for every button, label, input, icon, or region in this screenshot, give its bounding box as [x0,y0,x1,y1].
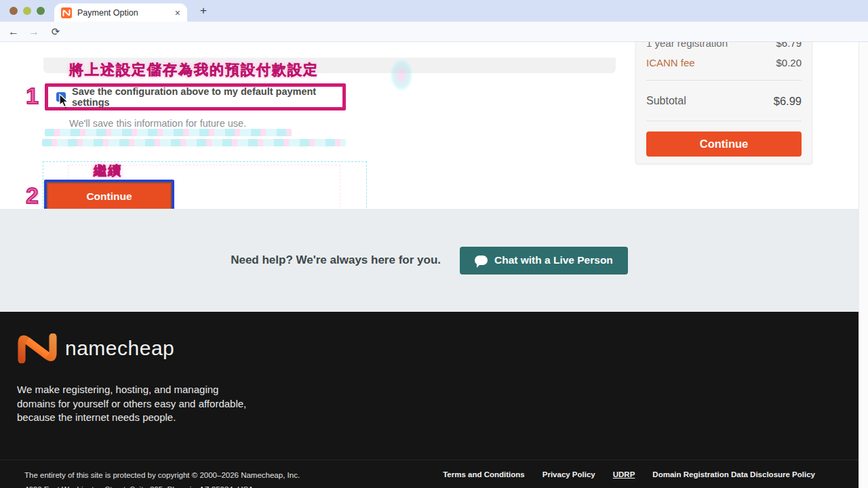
ghost-artifact [45,129,292,136]
row-label: ICANN fee [646,57,695,68]
tab-bar: Payment Option × + [0,0,868,22]
tagline-line: We make registering, hosting, and managi… [17,383,246,397]
tab-title: Payment Option [77,8,170,18]
chat-button-label: Chat with a Live Person [494,254,613,266]
close-window-button[interactable] [9,7,18,15]
highlight-box-continue: Continue [44,180,174,213]
page-scrollbar[interactable] [859,42,868,488]
tagline-line: domains for yourself or others easy and … [17,397,246,411]
row-value: $0.20 [776,57,802,68]
save-settings-label: Save the configuration above to my defau… [72,86,342,108]
row-label: 1 year registration [646,42,728,49]
continue-button[interactable]: Continue [47,182,172,210]
page-viewport: 將上述設定儲存為我的預設付款設定 1 Save the configuratio… [0,42,868,488]
reload-icon[interactable]: ⟳ [47,24,64,40]
footer-links: Terms and Conditions Privacy Policy UDRP… [443,470,815,479]
namecheap-logo-icon [16,333,58,363]
ghost-artifact [391,60,412,91]
sidebar-continue-button[interactable]: Continue [646,131,802,157]
footer-brand-wordmark: namecheap [65,337,174,360]
mouse-cursor [57,94,71,108]
window-controls [9,7,45,15]
link-privacy-policy[interactable]: Privacy Policy [542,470,595,479]
footer-address: 4600 East Washington Street, Suite 305, … [24,485,254,488]
save-helper-text: We'll save this information for future u… [69,118,246,129]
tab-close-icon[interactable]: × [175,7,180,18]
divider [646,80,802,81]
browser-window: Payment Option × + ← → ⟳ namecheap.com/c… [0,0,868,488]
summary-row-subtotal: Subtotal $6.99 [646,95,802,108]
subtotal-value: $6.99 [774,95,802,108]
summary-row-registration: 1 year registration $6.79 [646,42,802,49]
chat-bubble-icon [475,256,488,265]
annotation-step-2: 2 [26,182,39,209]
tagline-line: because the internet needs people. [17,411,246,425]
footer-tagline: We make registering, hosting, and managi… [17,383,246,425]
annotation-step-1: 1 [26,83,39,109]
subtotal-label: Subtotal [646,95,686,108]
footer-bottom-bar: The entirety of this site is protected b… [0,460,859,488]
browser-toolbar: ← → ⟳ namecheap.com/cart/checkout/paymen… [0,22,868,42]
annotation-save-settings-translation: 將上述設定儲存為我的預設付款設定 [69,60,319,79]
namecheap-favicon-icon [61,7,72,18]
help-text: Need help? We're always here for you. [231,253,441,267]
ghost-artifact [42,139,346,146]
chat-live-person-button[interactable]: Chat with a Live Person [460,247,628,274]
new-tab-button[interactable]: + [195,3,212,19]
summary-row-icann-fee: ICANN fee $0.20 [646,57,802,68]
link-terms-and-conditions[interactable]: Terms and Conditions [443,470,525,479]
forward-icon: → [26,24,42,40]
divider [646,121,802,121]
back-icon[interactable]: ← [5,24,22,40]
row-value: $6.79 [776,42,802,49]
help-section: Need help? We're always here for you. Ch… [0,209,859,312]
link-domain-registration-data-disclosure-policy[interactable]: Domain Registration Data Disclosure Poli… [652,470,815,479]
tab-payment-option[interactable]: Payment Option × [54,3,187,22]
footer-logo: namecheap [16,333,174,363]
footer-copyright: The entirety of this site is protected b… [24,471,300,479]
annotation-continue-translation: 繼續 [94,162,122,180]
highlight-box-save-settings: Save the configuration above to my defau… [45,83,346,110]
maximize-window-button[interactable] [37,7,45,15]
page-footer: namecheap We make registering, hosting, … [0,312,859,488]
order-summary-card: 1 year registration $6.79 ICANN fee $0.2… [635,42,812,164]
minimize-window-button[interactable] [23,7,31,15]
link-udrp[interactable]: UDRP [613,470,635,479]
